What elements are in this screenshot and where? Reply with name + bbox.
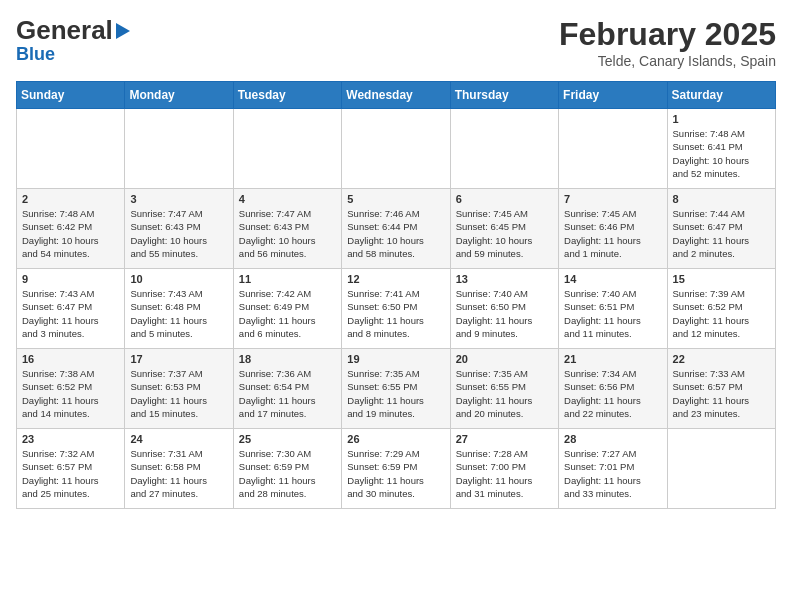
calendar-table: Sunday Monday Tuesday Wednesday Thursday… [16,81,776,509]
location-text: Telde, Canary Islands, Spain [559,53,776,69]
day-info: Sunrise: 7:45 AM Sunset: 6:46 PM Dayligh… [564,207,661,260]
day-info: Sunrise: 7:44 AM Sunset: 6:47 PM Dayligh… [673,207,770,260]
day-number: 2 [22,193,119,205]
day-number: 16 [22,353,119,365]
day-info: Sunrise: 7:30 AM Sunset: 6:59 PM Dayligh… [239,447,336,500]
day-number: 20 [456,353,553,365]
table-row: 22Sunrise: 7:33 AM Sunset: 6:57 PM Dayli… [667,349,775,429]
table-row: 4Sunrise: 7:47 AM Sunset: 6:43 PM Daylig… [233,189,341,269]
table-row: 17Sunrise: 7:37 AM Sunset: 6:53 PM Dayli… [125,349,233,429]
table-row: 5Sunrise: 7:46 AM Sunset: 6:44 PM Daylig… [342,189,450,269]
calendar-week-4: 16Sunrise: 7:38 AM Sunset: 6:52 PM Dayli… [17,349,776,429]
day-number: 18 [239,353,336,365]
day-info: Sunrise: 7:47 AM Sunset: 6:43 PM Dayligh… [239,207,336,260]
day-number: 10 [130,273,227,285]
day-number: 5 [347,193,444,205]
calendar-header-row: Sunday Monday Tuesday Wednesday Thursday… [17,82,776,109]
day-info: Sunrise: 7:41 AM Sunset: 6:50 PM Dayligh… [347,287,444,340]
day-number: 24 [130,433,227,445]
day-number: 12 [347,273,444,285]
calendar-week-5: 23Sunrise: 7:32 AM Sunset: 6:57 PM Dayli… [17,429,776,509]
table-row: 18Sunrise: 7:36 AM Sunset: 6:54 PM Dayli… [233,349,341,429]
header-wednesday: Wednesday [342,82,450,109]
day-info: Sunrise: 7:35 AM Sunset: 6:55 PM Dayligh… [347,367,444,420]
day-info: Sunrise: 7:35 AM Sunset: 6:55 PM Dayligh… [456,367,553,420]
table-row: 11Sunrise: 7:42 AM Sunset: 6:49 PM Dayli… [233,269,341,349]
calendar-week-3: 9Sunrise: 7:43 AM Sunset: 6:47 PM Daylig… [17,269,776,349]
day-info: Sunrise: 7:43 AM Sunset: 6:47 PM Dayligh… [22,287,119,340]
day-number: 4 [239,193,336,205]
day-info: Sunrise: 7:36 AM Sunset: 6:54 PM Dayligh… [239,367,336,420]
day-info: Sunrise: 7:47 AM Sunset: 6:43 PM Dayligh… [130,207,227,260]
logo-arrow-icon [116,23,130,39]
page-header: General Blue February 2025 Telde, Canary… [16,16,776,69]
table-row: 1Sunrise: 7:48 AM Sunset: 6:41 PM Daylig… [667,109,775,189]
day-info: Sunrise: 7:32 AM Sunset: 6:57 PM Dayligh… [22,447,119,500]
day-number: 21 [564,353,661,365]
day-info: Sunrise: 7:48 AM Sunset: 6:41 PM Dayligh… [673,127,770,180]
table-row: 2Sunrise: 7:48 AM Sunset: 6:42 PM Daylig… [17,189,125,269]
table-row: 20Sunrise: 7:35 AM Sunset: 6:55 PM Dayli… [450,349,558,429]
day-number: 7 [564,193,661,205]
day-info: Sunrise: 7:40 AM Sunset: 6:50 PM Dayligh… [456,287,553,340]
day-number: 1 [673,113,770,125]
table-row: 8Sunrise: 7:44 AM Sunset: 6:47 PM Daylig… [667,189,775,269]
day-info: Sunrise: 7:39 AM Sunset: 6:52 PM Dayligh… [673,287,770,340]
day-info: Sunrise: 7:33 AM Sunset: 6:57 PM Dayligh… [673,367,770,420]
table-row [450,109,558,189]
calendar-week-2: 2Sunrise: 7:48 AM Sunset: 6:42 PM Daylig… [17,189,776,269]
table-row: 23Sunrise: 7:32 AM Sunset: 6:57 PM Dayli… [17,429,125,509]
day-number: 28 [564,433,661,445]
day-number: 9 [22,273,119,285]
table-row: 27Sunrise: 7:28 AM Sunset: 7:00 PM Dayli… [450,429,558,509]
day-info: Sunrise: 7:42 AM Sunset: 6:49 PM Dayligh… [239,287,336,340]
table-row: 25Sunrise: 7:30 AM Sunset: 6:59 PM Dayli… [233,429,341,509]
table-row [342,109,450,189]
day-number: 22 [673,353,770,365]
day-info: Sunrise: 7:27 AM Sunset: 7:01 PM Dayligh… [564,447,661,500]
day-info: Sunrise: 7:40 AM Sunset: 6:51 PM Dayligh… [564,287,661,340]
day-info: Sunrise: 7:43 AM Sunset: 6:48 PM Dayligh… [130,287,227,340]
table-row: 28Sunrise: 7:27 AM Sunset: 7:01 PM Dayli… [559,429,667,509]
table-row: 12Sunrise: 7:41 AM Sunset: 6:50 PM Dayli… [342,269,450,349]
table-row: 10Sunrise: 7:43 AM Sunset: 6:48 PM Dayli… [125,269,233,349]
day-info: Sunrise: 7:37 AM Sunset: 6:53 PM Dayligh… [130,367,227,420]
header-sunday: Sunday [17,82,125,109]
table-row: 13Sunrise: 7:40 AM Sunset: 6:50 PM Dayli… [450,269,558,349]
logo-blue-text: Blue [16,44,55,64]
header-friday: Friday [559,82,667,109]
day-number: 17 [130,353,227,365]
title-block: February 2025 Telde, Canary Islands, Spa… [559,16,776,69]
header-monday: Monday [125,82,233,109]
table-row: 19Sunrise: 7:35 AM Sunset: 6:55 PM Dayli… [342,349,450,429]
calendar-week-1: 1Sunrise: 7:48 AM Sunset: 6:41 PM Daylig… [17,109,776,189]
header-thursday: Thursday [450,82,558,109]
day-number: 6 [456,193,553,205]
day-number: 3 [130,193,227,205]
day-info: Sunrise: 7:48 AM Sunset: 6:42 PM Dayligh… [22,207,119,260]
day-number: 13 [456,273,553,285]
table-row: 21Sunrise: 7:34 AM Sunset: 6:56 PM Dayli… [559,349,667,429]
table-row: 6Sunrise: 7:45 AM Sunset: 6:45 PM Daylig… [450,189,558,269]
table-row: 9Sunrise: 7:43 AM Sunset: 6:47 PM Daylig… [17,269,125,349]
table-row: 15Sunrise: 7:39 AM Sunset: 6:52 PM Dayli… [667,269,775,349]
table-row [559,109,667,189]
header-tuesday: Tuesday [233,82,341,109]
day-number: 26 [347,433,444,445]
header-saturday: Saturday [667,82,775,109]
day-number: 11 [239,273,336,285]
day-number: 15 [673,273,770,285]
day-number: 14 [564,273,661,285]
day-info: Sunrise: 7:31 AM Sunset: 6:58 PM Dayligh… [130,447,227,500]
month-title: February 2025 [559,16,776,53]
table-row: 26Sunrise: 7:29 AM Sunset: 6:59 PM Dayli… [342,429,450,509]
day-info: Sunrise: 7:38 AM Sunset: 6:52 PM Dayligh… [22,367,119,420]
day-info: Sunrise: 7:29 AM Sunset: 6:59 PM Dayligh… [347,447,444,500]
day-number: 25 [239,433,336,445]
day-info: Sunrise: 7:34 AM Sunset: 6:56 PM Dayligh… [564,367,661,420]
day-number: 27 [456,433,553,445]
table-row: 24Sunrise: 7:31 AM Sunset: 6:58 PM Dayli… [125,429,233,509]
table-row [125,109,233,189]
table-row: 7Sunrise: 7:45 AM Sunset: 6:46 PM Daylig… [559,189,667,269]
day-number: 8 [673,193,770,205]
